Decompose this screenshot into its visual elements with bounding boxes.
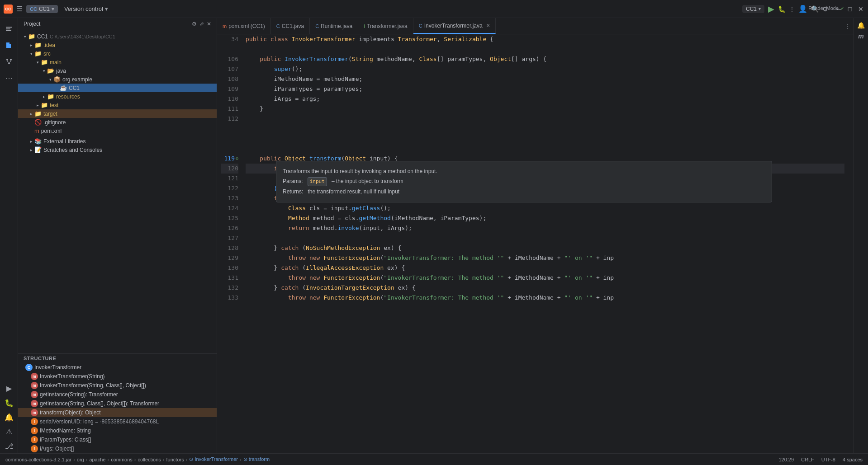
tree-item-orgexample[interactable]: ▾ 📦 org.example	[18, 75, 217, 84]
tab-more-button[interactable]: ⋮	[841, 23, 854, 29]
project-selector[interactable]: CC CC1 ▾	[26, 5, 58, 13]
tree-root-path: C:\Users\14341\Desktop\CC1	[50, 34, 115, 39]
version-control-dropdown: ▾	[105, 5, 108, 12]
structure-item-getinstance1[interactable]: m getInstance(String): Transformer	[18, 390, 217, 399]
indent[interactable]: 4 spaces	[843, 457, 863, 462]
breadcrumb-apache[interactable]: apache	[89, 457, 105, 462]
structure-item-iargs[interactable]: f iArgs: Object[]	[18, 444, 217, 453]
tree-item-resources[interactable]: ▸ 📁 resources	[18, 92, 217, 101]
breadcrumb-invokertransformer[interactable]: ⊙ InvokerTransformer	[189, 456, 238, 462]
code-content[interactable]: public class InvokerTransformer implemen…	[242, 34, 848, 453]
tree-item-pomxml[interactable]: m pom.xml	[18, 127, 217, 135]
code-editor[interactable]: 34 106 107 108 109 110 111 112 119 ⊙ 120…	[217, 34, 854, 453]
status-bar: commons-collections-3.2.1.jar › org › ap…	[0, 453, 868, 465]
cursor-position[interactable]: 120:29	[778, 457, 794, 462]
structure-item-constructor1[interactable]: m InvokerTransformer(String)	[18, 372, 217, 381]
breadcrumb-commons[interactable]: commons	[111, 457, 133, 462]
breadcrumb-functors[interactable]: functors	[166, 457, 184, 462]
tree-item-external-libraries[interactable]: ▸ 📚 External Libraries	[18, 137, 217, 146]
editor-scrollbar[interactable]	[848, 34, 854, 453]
tree-label-gitignore: .gitignore	[43, 119, 66, 126]
run-button[interactable]: ▶	[768, 4, 774, 14]
structure-item-getinstance2[interactable]: m getInstance(String, Class[], Object[])…	[18, 399, 217, 408]
breadcrumb-jar[interactable]: commons-collections-3.2.1.jar	[5, 457, 71, 462]
tab-pomxml[interactable]: m pom.xml (CC1)	[217, 18, 271, 34]
tree-item-scratches[interactable]: ▸ 📝 Scratches and Consoles	[18, 146, 217, 154]
gitignore-icon: 🚫	[34, 119, 42, 126]
debug-button[interactable]: 🐛	[778, 5, 786, 13]
code-line-109: iParamTypes = paramTypes;	[246, 84, 844, 94]
tree-label-target: target	[43, 111, 57, 117]
project-dropdown-icon[interactable]: ▾	[52, 6, 54, 12]
sidebar-icon-more[interactable]: ⋯	[2, 70, 16, 85]
sidebar-icon-project[interactable]	[2, 22, 16, 36]
structure-label-constructor1: InvokerTransformer(String)	[40, 373, 105, 380]
structure-label-imethodname: iMethodName: String	[40, 427, 91, 434]
sidebar-icon-git[interactable]: ⎇	[2, 439, 16, 453]
run-config[interactable]: CC1 ▾	[742, 5, 764, 13]
structure-item-serialversionuid[interactable]: f serialVersionUID: long = -865338584689…	[18, 417, 217, 426]
sidebar-icon-files[interactable]	[2, 38, 16, 52]
sidebar-icon-run2[interactable]: ▶	[2, 381, 16, 395]
tree-item-gitignore[interactable]: 🚫 .gitignore	[18, 118, 217, 127]
tree-item-main[interactable]: ▾ 📁 main	[18, 58, 217, 66]
line-ending[interactable]: CRLF	[801, 457, 814, 462]
close-button[interactable]: ✕	[857, 5, 864, 13]
breadcrumb-transform[interactable]: ⊙ transform	[243, 456, 270, 462]
sidebar-icon-vcs[interactable]	[2, 54, 16, 69]
tab-invokertransformerjava[interactable]: C InvokerTransformer.java ✕	[413, 18, 496, 34]
tree-item-cc1[interactable]: ☕ CC1	[18, 84, 217, 92]
javadoc-returns-desc: the transformed result, null if null inp…	[308, 188, 399, 195]
field-icon: f	[31, 418, 38, 425]
encoding[interactable]: UTF-8	[821, 457, 835, 462]
chevron-down-icon: ▾	[22, 34, 28, 39]
hamburger-menu[interactable]: ☰	[16, 5, 23, 13]
title-bar-left: CC ☰ CC CC1 ▾ Version control ▾	[4, 5, 742, 14]
close-panel-icon[interactable]: ✕	[207, 21, 211, 27]
gear-icon[interactable]: ⚙	[192, 21, 197, 27]
structure-item-transform[interactable]: m transform(Object): Object	[18, 408, 217, 417]
breadcrumb-sep7: ›	[240, 457, 242, 462]
sidebar-icon-notifications[interactable]: 🔔	[2, 410, 16, 424]
tab-close-button[interactable]: ✕	[486, 23, 490, 28]
tree-item-root[interactable]: ▾ 📁 CC1 C:\Users\14341\Desktop\CC1	[18, 32, 217, 41]
code-line-124: Class cls = input.getClass();	[246, 203, 844, 213]
breadcrumb-sep3: ›	[107, 457, 109, 462]
editor-area: m pom.xml (CC1) C CC1.java C Runtime.jav…	[217, 18, 854, 453]
javadoc-param-name: input	[308, 177, 327, 186]
structure-item-class[interactable]: C InvokerTransformer	[18, 363, 217, 372]
code-line-111: }	[246, 104, 844, 114]
project-panel: Project ⚙ ⇗ ✕ ▾ 📁 CC1 C:\Users\14341\Des…	[18, 18, 217, 453]
folder-icon: 📁	[34, 42, 42, 48]
breadcrumb-org[interactable]: org	[77, 457, 84, 462]
more-button[interactable]: ⋮	[789, 6, 795, 12]
structure-item-iparamtypes[interactable]: f iParamTypes: Class[]	[18, 435, 217, 444]
file-tree: ▾ 📁 CC1 C:\Users\14341\Desktop\CC1 ▸ 📁 .…	[18, 30, 217, 352]
right-icon-m[interactable]: m	[858, 33, 863, 40]
tree-item-idea[interactable]: ▸ 📁 .idea	[18, 41, 217, 49]
tree-label-scratches: Scratches and Consoles	[43, 147, 102, 153]
expand-icon[interactable]: ⇗	[199, 21, 204, 27]
breadcrumb-collections[interactable]: collections	[138, 457, 161, 462]
tree-item-target[interactable]: ▸ 📁 target	[18, 109, 217, 118]
code-line-128: } catch (NoSuchMethodException ex) {	[246, 243, 844, 253]
tree-item-test[interactable]: ▸ 📁 test	[18, 101, 217, 109]
tab-runtimejava[interactable]: C Runtime.java	[310, 18, 358, 34]
sidebar-icon-problems[interactable]: ⚠	[2, 424, 16, 439]
tab-transformerjava[interactable]: I Transformer.java	[358, 18, 413, 34]
package-icon: 📦	[53, 76, 61, 83]
tree-item-src[interactable]: ▾ 📁 src	[18, 49, 217, 58]
chevron-right-icon: ▸	[28, 43, 34, 47]
tab-cc1java[interactable]: C CC1.java	[271, 18, 310, 34]
sidebar-icon-debug2[interactable]: 🐛	[2, 395, 16, 410]
tree-label-src: src	[43, 51, 51, 57]
code-line-129: throw new FunctorException("InvokerTrans…	[246, 253, 844, 263]
svg-rect-2	[6, 30, 11, 31]
status-breadcrumbs: commons-collections-3.2.1.jar › org › ap…	[5, 456, 775, 462]
structure-item-imethodname[interactable]: f iMethodName: String	[18, 426, 217, 435]
tree-item-java[interactable]: ▾ 📂 java	[18, 66, 217, 75]
version-control-button[interactable]: Version control ▾	[62, 5, 111, 13]
structure-item-constructor2[interactable]: m InvokerTransformer(String, Class[], Ob…	[18, 381, 217, 390]
method-icon: m	[31, 409, 38, 416]
right-icon-notifications[interactable]: 🔔	[857, 22, 865, 29]
